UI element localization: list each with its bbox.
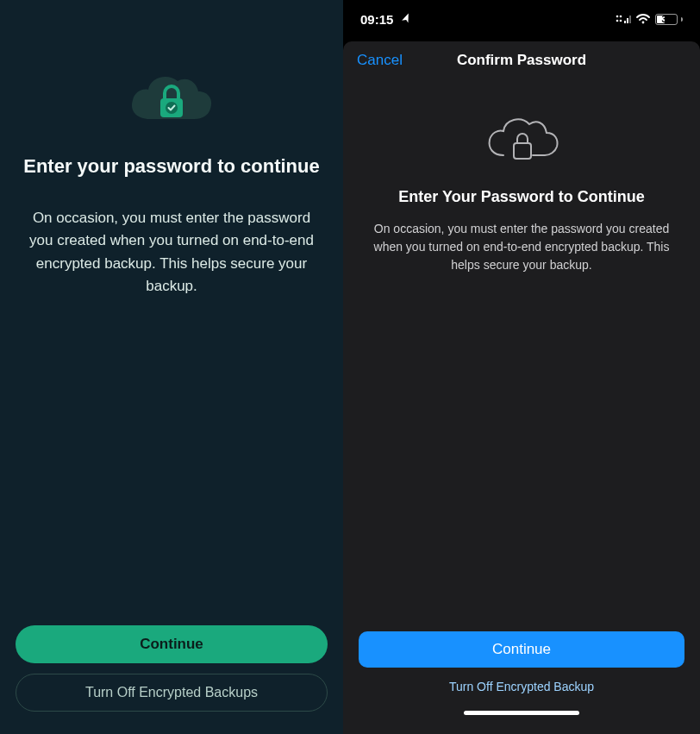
sheet-header: Cancel Confirm Password	[343, 41, 700, 79]
svg-rect-7	[627, 18, 628, 23]
continue-button[interactable]: Continue	[16, 625, 328, 663]
cellular-icon	[616, 12, 631, 27]
sheet-title: Confirm Password	[457, 52, 586, 69]
cloud-lock-outline-icon	[483, 112, 560, 166]
svg-point-2	[616, 15, 619, 17]
right-content: Enter Your Password to Continue On occas…	[343, 79, 700, 631]
home-indicator[interactable]	[464, 711, 579, 715]
turn-off-encrypted-backup-link[interactable]: Turn Off Encrypted Backup	[449, 680, 594, 693]
location-arrow-icon	[398, 10, 413, 28]
svg-point-3	[620, 15, 622, 17]
cloud-lock-check-icon	[124, 69, 219, 129]
status-left: 09:15	[360, 12, 411, 27]
wifi-icon	[636, 12, 650, 27]
svg-point-5	[620, 19, 622, 22]
turn-off-encrypted-backups-button[interactable]: Turn Off Encrypted Backups	[16, 674, 328, 712]
battery-percent: 39	[661, 15, 671, 24]
right-footer: Continue Turn Off Encrypted Backup	[343, 631, 700, 734]
left-screen: Enter your password to continue On occas…	[0, 0, 343, 734]
right-screen: 09:15	[343, 0, 700, 734]
svg-rect-10	[514, 143, 531, 159]
status-time: 09:15	[360, 12, 393, 27]
left-content: Enter your password to continue On occas…	[0, 0, 343, 612]
status-bar: 09:15	[343, 0, 700, 38]
battery-indicator: 39	[655, 14, 683, 25]
right-title: Enter Your Password to Continue	[398, 188, 644, 206]
svg-rect-6	[624, 21, 626, 23]
status-right: 39	[616, 12, 683, 27]
left-body-text: On occasion, you must enter the password…	[21, 207, 322, 298]
left-footer: Continue Turn Off Encrypted Backups	[0, 612, 343, 734]
right-body-text: On occasion, you must enter the password…	[362, 220, 681, 274]
svg-point-4	[616, 19, 619, 22]
left-title: Enter your password to continue	[23, 155, 319, 178]
svg-rect-8	[629, 16, 631, 23]
cancel-button[interactable]: Cancel	[357, 52, 403, 69]
continue-button[interactable]: Continue	[359, 631, 684, 668]
svg-point-9	[642, 21, 645, 23]
modal-sheet: Cancel Confirm Password Enter Your Passw…	[343, 41, 700, 734]
